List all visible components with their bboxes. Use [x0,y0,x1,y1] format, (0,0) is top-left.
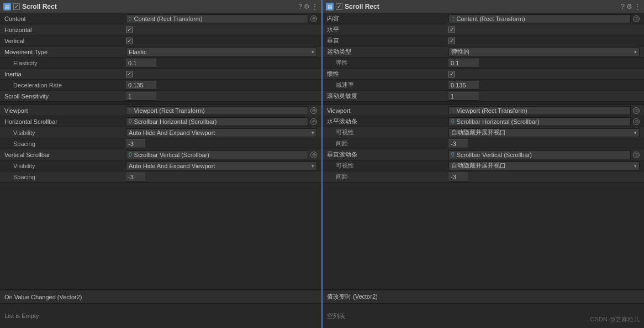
value-viewport: :: Viewport (Rect Transform) ◎ [124,106,319,115]
row-cn-h-scrollbar: 水平滚动条 0 Scrollbar Horizontal (Scrollbar)… [323,116,644,127]
h-scrollbar-target-icon[interactable]: ◎ [310,118,317,125]
content-ref[interactable]: :: Content (Rect Transform) [126,14,308,23]
label-v-visibility: Visibility [2,163,124,169]
row-h-visibility: Visibility Auto Hide And Expand Viewport… [0,127,321,138]
row-cn-deceleration-rate: 减速率 [323,80,644,91]
row-cn-h-visibility: 可视性 自动隐藏并展开视口 ▾ [323,127,644,138]
cn-viewport-ref[interactable]: :: Viewport (Rect Transform) [448,106,631,115]
horizontal-checkbox[interactable]: ✓ [126,27,133,33]
left-menu-icon[interactable]: ⋮ [312,3,318,11]
cn-scroll-sensitivity-input[interactable] [448,92,479,101]
value-cn-v-scrollbar: 0 Scrollbar Vertical (Scrollbar) ◎ [446,150,642,159]
elasticity-input[interactable] [126,59,156,67]
row-v-visibility: Visibility Auto Hide And Expand Viewport… [0,160,321,171]
cn-v-spacing-input[interactable] [448,173,468,181]
label-elasticity: Elasticity [2,60,124,66]
value-cn-viewport: :: Viewport (Rect Transform) ◎ [446,106,642,115]
cn-horizontal-checkbox[interactable]: ✓ [448,27,455,33]
label-cn-viewport: Viewport [325,107,446,114]
row-horizontal-scrollbar: Horizontal Scrollbar 0 Scrollbar Horizon… [0,116,321,127]
deceleration-rate-input[interactable] [126,81,156,90]
label-cn-v-spacing: 间距 [325,173,446,181]
v-scrollbar-ref[interactable]: 0 Scrollbar Vertical (Scrollbar) [126,150,308,159]
value-scroll-sensitivity [124,92,319,101]
inertia-checkbox[interactable]: ✓ [126,71,133,77]
right-menu-icon[interactable]: ⋮ [634,3,641,11]
cn-inertia-checkbox[interactable]: ✓ [448,71,455,77]
v-scrollbar-target-icon[interactable]: ◎ [310,152,317,158]
vertical-checkbox[interactable]: ✓ [126,38,133,44]
row-vertical-scrollbar: Vertical Scrollbar 0 Scrollbar Vertical … [0,149,321,160]
right-panel-enabled-checkbox[interactable]: ✓ [336,3,342,10]
left-panel-title: Scroll Rect [22,3,57,11]
value-vertical: ✓ [124,38,319,44]
viewport-ref[interactable]: :: Viewport (Rect Transform) [126,106,308,115]
label-h-visibility: Visibility [2,129,124,136]
h-visibility-dropdown[interactable]: Auto Hide And Expand Viewport ▾ [126,128,317,137]
cn-elasticity-input[interactable] [448,59,479,67]
left-panel-header: ▤ ✓ Scroll Rect ? ⚙ ⋮ [0,0,321,13]
label-cn-elasticity: 弹性 [325,59,446,67]
right-settings-icon[interactable]: ⚙ [626,3,632,11]
cn-h-scrollbar-ref[interactable]: 0 Scrollbar Horizontal (Scrollbar) [448,117,631,126]
cn-movement-type-dropdown[interactable]: 弹性的 ▾ [448,48,640,56]
row-scroll-sensitivity: Scroll Sensitivity [0,91,321,102]
cn-h-scrollbar-target-icon[interactable]: ◎ [633,118,640,125]
label-cn-h-spacing: 间距 [325,139,446,148]
left-panel-enabled-checkbox[interactable]: ✓ [13,3,20,10]
right-help-icon[interactable]: ? [621,3,625,11]
value-cn-h-visibility: 自动隐藏并展开视口 ▾ [446,128,642,137]
value-v-visibility: Auto Hide And Expand Viewport ▾ [124,162,319,170]
cn-h-visibility-dropdown[interactable]: 自动隐藏并展开视口 ▾ [448,128,640,137]
cn-viewport-target-icon[interactable]: ◎ [633,107,640,114]
cn-content-target-icon[interactable]: ◎ [633,15,640,22]
row-cn-elasticity: 弹性 [323,58,644,69]
left-bottom-content: List is Empty [0,304,321,328]
cn-v-visibility-dropdown[interactable]: 自动隐藏并展开视口 ▾ [448,162,640,170]
label-horizontal: Horizontal [2,27,124,33]
right-panel-content: 内容 :: Content (Rect Transform) ◎ 水平 ✓ 垂直 [323,13,644,289]
value-cn-vertical: ✓ [446,38,642,44]
row-vertical: Vertical ✓ [0,35,321,46]
left-settings-icon[interactable]: ⚙ [304,3,310,11]
label-horizontal-scrollbar: Horizontal Scrollbar [2,118,124,125]
left-help-icon[interactable]: ? [298,3,302,11]
value-content: :: Content (Rect Transform) ◎ [124,14,319,23]
row-cn-content: 内容 :: Content (Rect Transform) ◎ [323,13,644,24]
v-visibility-dropdown[interactable]: Auto Hide And Expand Viewport ▾ [126,162,317,170]
cn-content-ref[interactable]: :: Content (Rect Transform) [448,14,631,23]
label-cn-content: 内容 [325,14,446,23]
h-scrollbar-ref[interactable]: 0 Scrollbar Horizontal (Scrollbar) [126,117,308,126]
viewport-target-icon[interactable]: ◎ [310,107,317,114]
cn-vertical-checkbox[interactable]: ✓ [448,38,455,44]
h-spacing-input[interactable] [126,139,145,148]
value-cn-v-spacing [446,173,642,181]
value-cn-scroll-sensitivity [446,92,642,101]
scroll-sensitivity-input[interactable] [126,92,156,101]
right-panel: ▤ ✓ Scroll Rect ? ⚙ ⋮ 内容 :: Content (Rec… [323,0,644,328]
value-horizontal: ✓ [124,27,319,33]
value-cn-horizontal: ✓ [446,27,642,33]
cn-v-scrollbar-ref[interactable]: 0 Scrollbar Vertical (Scrollbar) [448,150,631,159]
v-spacing-input[interactable] [126,173,145,181]
row-h-spacing: Spacing [0,138,321,149]
value-cn-h-spacing [446,139,642,148]
movement-type-dropdown[interactable]: Elastic ▾ [126,48,317,56]
label-cn-h-scrollbar: 水平滚动条 [325,117,446,126]
row-inertia: Inertia ✓ [0,69,321,80]
row-cn-inertia: 惯性 ✓ [323,69,644,80]
value-cn-content: :: Content (Rect Transform) ◎ [446,14,642,23]
cn-h-spacing-input[interactable] [448,139,468,148]
cn-deceleration-rate-input[interactable] [448,81,479,90]
content-target-icon[interactable]: ◎ [310,15,317,22]
left-panel: ▤ ✓ Scroll Rect ? ⚙ ⋮ Content :: Content… [0,0,323,328]
value-inertia: ✓ [124,71,319,77]
left-panel-header-icons: ? ⚙ ⋮ [298,3,318,11]
row-cn-h-spacing: 间距 [323,138,644,149]
row-content: Content :: Content (Rect Transform) ◎ [0,13,321,24]
label-h-spacing: Spacing [2,140,124,147]
label-movement-type: Movement Type [2,49,124,55]
cn-v-scrollbar-target-icon[interactable]: ◎ [633,152,640,158]
right-panel-title: Scroll Rect [345,3,379,11]
row-cn-v-visibility: 可视性 自动隐藏并展开视口 ▾ [323,160,644,171]
